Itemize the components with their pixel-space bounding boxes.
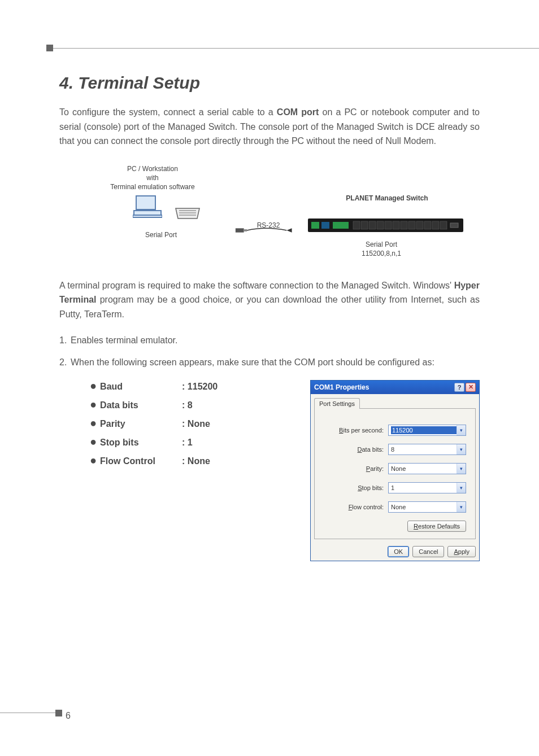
chevron-down-icon: ▾ [457, 483, 466, 493]
setting-data-bits: ●Data bits: 8 [90, 399, 218, 410]
svg-rect-20 [416, 221, 423, 229]
svg-rect-13 [361, 221, 368, 229]
svg-rect-15 [377, 221, 384, 229]
bits-per-second-select[interactable]: 115200 ▾ [388, 425, 466, 436]
step-2: 2.When the following screen appears, mak… [59, 355, 480, 370]
label-bits-per-second: Bits per second: [339, 427, 384, 434]
intro-paragraph: To configure the system, connect a seria… [59, 105, 480, 148]
svg-rect-11 [333, 222, 349, 229]
ok-button[interactable]: OK [388, 546, 409, 557]
svg-rect-16 [385, 221, 392, 229]
svg-rect-23 [440, 221, 447, 229]
flow-control-select[interactable]: None ▾ [388, 501, 466, 513]
section-title: 4. Terminal Setup [59, 73, 480, 93]
apply-button[interactable]: Apply [447, 546, 476, 557]
serial-port-icon [172, 205, 203, 225]
data-bits-select[interactable]: 8 ▾ [388, 444, 466, 455]
connection-diagram: PC / WorkstationwithTerminal emulation s… [59, 160, 480, 264]
help-button[interactable]: ? [454, 383, 464, 392]
dialog-titlebar[interactable]: COM1 Properties ? ✕ [311, 381, 479, 394]
serial-port-left-label: Serial Port [127, 230, 195, 239]
page-number: 6 [66, 711, 71, 721]
svg-rect-1 [134, 211, 161, 215]
label-stop-bits: Stop bits: [358, 484, 384, 491]
parity-select[interactable]: None ▾ [388, 463, 466, 474]
chevron-down-icon: ▾ [457, 444, 466, 455]
restore-defaults-button[interactable]: Restore Defaults [407, 521, 466, 532]
label-parity: Parity: [366, 465, 384, 472]
svg-rect-14 [369, 221, 376, 229]
setting-stop-bits: ●Stop bits: 1 [90, 436, 218, 448]
svg-rect-9 [311, 222, 319, 229]
pc-label: PC / WorkstationwithTerminal emulation s… [96, 164, 209, 192]
label-data-bits: Data bits: [358, 446, 384, 453]
step-1: 1.Enables terminal emulator. [59, 333, 480, 348]
label-flow-control: Flow control: [349, 504, 384, 510]
svg-rect-18 [401, 221, 407, 229]
svg-rect-22 [432, 221, 439, 229]
terminal-program-paragraph: A terminal program is required to make t… [59, 278, 480, 322]
setting-baud: ●Baud: 115200 [90, 380, 218, 392]
chevron-down-icon: ▾ [457, 464, 466, 474]
serial-port-right-label: Serial Port115200,8,n,1 [331, 240, 432, 258]
com1-properties-dialog: COM1 Properties ? ✕ Port Settings Bits p… [310, 380, 480, 561]
svg-rect-17 [393, 221, 399, 229]
svg-rect-0 [136, 196, 155, 209]
svg-rect-21 [424, 221, 431, 229]
svg-rect-12 [353, 221, 360, 229]
cancel-button[interactable]: Cancel [412, 546, 444, 557]
svg-rect-24 [450, 223, 458, 228]
chevron-down-icon: ▾ [457, 502, 466, 512]
chevron-down-icon: ▾ [457, 425, 466, 435]
rs232-cable-icon [234, 225, 302, 236]
svg-rect-6 [236, 228, 244, 232]
setting-parity: ●Parity: None [90, 417, 218, 429]
dialog-title-text: COM1 Properties [314, 383, 453, 391]
stop-bits-select[interactable]: 1 ▾ [388, 482, 466, 493]
tab-port-settings[interactable]: Port Settings [314, 398, 360, 409]
settings-list: ●Baud: 115200 ●Data bits: 8 ●Parity: Non… [90, 380, 218, 561]
setting-flow-control: ●Flow Control: None [90, 455, 218, 466]
close-button[interactable]: ✕ [466, 383, 476, 392]
svg-rect-10 [321, 222, 329, 229]
svg-rect-7 [244, 229, 247, 231]
svg-rect-19 [408, 221, 415, 229]
svg-rect-2 [133, 215, 162, 217]
switch-icon [308, 216, 463, 237]
pc-icon [133, 194, 162, 223]
switch-label: PLANET Managed Switch [325, 194, 449, 203]
